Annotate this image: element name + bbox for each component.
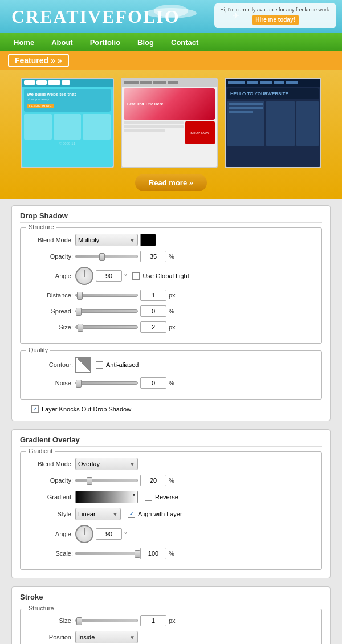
distance-slider-track[interactable] [75,294,138,297]
nav-portfolio[interactable]: Portfolio [82,36,128,49]
spread-input[interactable] [140,305,166,317]
structure-label: Structure [26,223,56,230]
thumb1-sub: blow you away. [27,97,108,101]
angle-deg: ° [124,272,127,279]
go-scale-row: Scale: % [27,548,315,559]
thumb3-row1 [229,103,263,105]
layer-knocks-cb[interactable] [31,405,39,413]
nav-blog[interactable]: Blog [129,36,162,49]
go-angle-dial[interactable] [75,525,93,543]
go-reverse-row: Reverse [145,494,178,501]
noise-input[interactable] [140,377,166,389]
size-input[interactable] [140,321,166,333]
go-blend-dropdown[interactable]: Overlay ▼ Overlay [75,458,138,470]
quality-label: Quality [26,347,50,353]
drop-shadow-color-swatch[interactable] [140,234,156,246]
go-opacity-thumb[interactable] [87,477,92,485]
opacity-percent: % [169,253,174,260]
go-style-label: Style: [27,511,73,517]
opacity-slider-thumb[interactable] [99,253,105,261]
go-scale-thumb[interactable] [135,550,140,558]
nav-contact[interactable]: Contact [163,36,206,49]
size-px: px [169,324,176,331]
stroke-position-dropdown[interactable]: Inside ▼ Inside [75,631,138,643]
go-style-dropdown[interactable]: Linear ▼ Linear [75,508,121,520]
go-opacity-percent: % [169,477,174,484]
contour-preview[interactable] [75,357,91,373]
thumb1-hero: We build websites that blow you away. LE… [24,89,111,112]
featured-label[interactable]: Featured » [8,54,69,67]
stroke-size-thumb[interactable] [76,617,82,625]
stroke-size-input[interactable] [140,615,166,626]
size-slider-track[interactable] [75,325,138,329]
nav-about[interactable]: About [43,36,81,49]
thumb3-title: HELLO TO YOURWEBSITE [230,91,316,96]
drop-shadow-structure: Structure Blend Mode: Multiply ▼ Multipl… [20,227,322,344]
thumb3-row3 [229,111,253,113]
stroke-size-slider-track[interactable] [75,619,138,622]
spread-slider-track[interactable] [75,309,138,313]
carousel-thumb-3[interactable]: HELLO TO YOURWEBSITE [225,78,321,168]
header: CREATIVEFOLIO ✈ Hi, I'm currently availa… [0,0,342,33]
thumb2-sidebar-text: SHOP NOW [190,131,209,134]
distance-row: Distance: px [27,290,315,301]
thumb2-line3 [124,129,165,132]
spread-percent: % [169,308,174,315]
spread-slider-thumb[interactable] [76,308,82,316]
carousel-thumb-1[interactable]: We build websites that blow you away. LE… [21,78,114,168]
gradient-overlay-panel: Gradient Overlay Gradient Blend Mode: Ov… [11,429,331,578]
opacity-input[interactable] [140,251,166,262]
go-blend-mode-row: Blend Mode: Overlay ▼ Overlay [27,458,315,470]
read-more-button[interactable]: Read more » [135,174,207,191]
blend-mode-dropdown[interactable]: Multiply ▼ Multiply [75,234,138,246]
distance-input[interactable] [140,290,166,301]
go-opacity-input[interactable] [140,475,166,486]
thumb1-col1 [24,114,52,140]
distance-slider-thumb[interactable] [77,292,83,300]
anti-aliased-cb[interactable] [96,361,103,369]
global-light-cb[interactable] [132,272,140,280]
thumb3-content [227,101,319,146]
go-angle-label: Angle: [27,531,73,537]
angle-label: Angle: [27,272,73,279]
go-align-cb[interactable] [128,511,135,518]
layer-knocks-label: Layer Knocks Out Drop Shadow [42,406,131,413]
distance-slider-wrap [75,294,138,297]
thumb3-hero: HELLO TO YOURWEBSITE [227,88,319,99]
go-reverse-cb[interactable] [145,494,152,501]
opacity-slider-wrap [75,255,138,258]
nav-home[interactable]: Home [6,36,42,49]
size-label: Size: [27,324,73,331]
go-scale-slider-track[interactable] [75,552,138,555]
thumb3-col1 [227,101,264,146]
thumb2-hero-text: Featured Title Here [127,102,163,106]
noise-slider-track[interactable] [75,381,138,385]
go-opacity-slider-track[interactable] [75,479,138,482]
carousel-thumb-2[interactable]: Featured Title Here SHOP NOW [121,78,218,168]
stroke-title: Stroke [20,593,322,604]
quality-section: Quality Contour: Anti-aliased Noise: [20,350,322,400]
thumb1-nav [22,79,113,87]
opacity-slider-track[interactable] [75,255,138,258]
angle-dial[interactable] [75,267,93,285]
thumb3-col3 [296,101,319,146]
thumb3-col2 [266,101,294,146]
noise-slider-thumb[interactable] [76,380,82,388]
noise-label: Noise: [27,380,73,386]
carousel-images: We build websites that blow you away. LE… [8,78,334,168]
go-angle-input[interactable] [96,528,122,540]
spread-label: Spread: [27,308,73,315]
gradient-preview[interactable]: ▼ [75,491,138,503]
angle-input[interactable] [96,270,122,282]
thumb2-nav [122,79,217,87]
go-gradient-row: Gradient: ▼ Reverse [27,491,315,503]
contour-label: Contour: [27,361,73,368]
thumb1-cta: LEARN MORE [27,104,54,108]
logo-creative: CREATIVE [11,6,116,27]
go-scale-input[interactable] [140,548,166,559]
go-scale-label: Scale: [27,550,73,557]
hire-btn[interactable]: Hire me today! [252,15,298,25]
size-slider-thumb[interactable] [78,324,83,332]
go-align-row: Align with Layer [128,511,182,518]
thumb3-row2 [229,107,263,109]
